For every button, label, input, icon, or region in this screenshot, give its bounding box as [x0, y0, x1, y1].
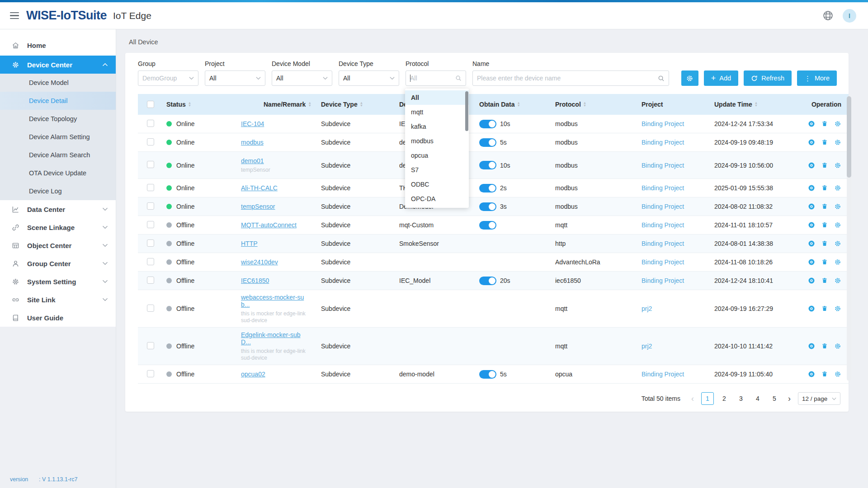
obtain-data-toggle[interactable] [479, 184, 496, 192]
user-avatar[interactable]: I [843, 9, 856, 23]
column-header-device-type[interactable]: Device Type▲▼ [316, 101, 396, 108]
row-checkbox[interactable] [147, 370, 154, 377]
row-checkbox[interactable] [147, 120, 154, 127]
device-type-select[interactable]: All [339, 70, 399, 86]
device-model-select[interactable]: All [272, 70, 332, 86]
settings-icon[interactable] [834, 184, 841, 192]
project-link[interactable]: Binding Project [642, 139, 684, 146]
obtain-data-toggle[interactable] [479, 370, 496, 379]
column-settings-button[interactable] [681, 70, 698, 86]
device-name-link[interactable]: HTTP [241, 240, 258, 247]
device-name-link[interactable]: demo01 [241, 157, 264, 164]
delete-icon[interactable] [821, 139, 828, 146]
view-icon[interactable] [808, 305, 815, 312]
settings-icon[interactable] [834, 162, 841, 169]
sidebar-item-ota-device-update[interactable]: OTA Device Update [0, 164, 116, 182]
settings-icon[interactable] [834, 343, 841, 350]
row-checkbox[interactable] [147, 342, 154, 349]
scrollbar-thumb[interactable] [847, 96, 851, 178]
device-name-link[interactable]: Ali-TH-CALC [241, 184, 278, 192]
device-name-link[interactable]: IEC61850 [241, 277, 269, 284]
page-button-3[interactable]: 3 [735, 392, 747, 405]
row-checkbox[interactable] [147, 184, 154, 191]
table-scrollbar[interactable] [847, 96, 851, 381]
view-icon[interactable] [808, 258, 815, 266]
delete-icon[interactable] [821, 203, 828, 210]
group-select[interactable]: DemoGroup [138, 70, 198, 86]
sidebar-item-device-alarm-setting[interactable]: Device Alarm Setting [0, 128, 116, 146]
obtain-data-toggle[interactable] [479, 202, 496, 211]
delete-icon[interactable] [821, 184, 828, 192]
protocol-option-mqtt[interactable]: mqtt [405, 105, 469, 119]
device-name-link[interactable]: tempSensor [241, 203, 275, 210]
sort-icon[interactable]: ▲▼ [517, 102, 520, 108]
protocol-option-modbus[interactable]: modbus [405, 134, 469, 148]
project-link[interactable]: Binding Project [642, 258, 684, 266]
sidebar-item-system-setting[interactable]: System Setting [0, 272, 116, 291]
sidebar-item-device-model[interactable]: Device Model [0, 74, 116, 92]
row-checkbox[interactable] [147, 202, 154, 210]
row-checkbox[interactable] [147, 161, 154, 168]
device-name-link[interactable]: webaccess-mocker-sub... [241, 294, 304, 308]
view-icon[interactable] [808, 240, 815, 247]
view-icon[interactable] [808, 162, 815, 169]
protocol-combobox[interactable]: All [406, 70, 466, 86]
sort-icon[interactable]: ▲▼ [308, 102, 311, 108]
search-icon[interactable] [658, 75, 665, 82]
dropdown-scrollbar-thumb[interactable] [465, 91, 468, 131]
sidebar-item-device-center[interactable]: Device Center [0, 56, 116, 74]
delete-icon[interactable] [821, 258, 828, 266]
row-checkbox[interactable] [147, 138, 154, 145]
column-header-status[interactable]: Status▲▼ [163, 101, 237, 108]
project-link[interactable]: Binding Project [642, 203, 684, 210]
project-link[interactable]: Binding Project [642, 240, 684, 247]
protocol-option-opc-da[interactable]: OPC-DA [405, 192, 469, 206]
view-icon[interactable] [808, 371, 815, 378]
sidebar-item-object-center[interactable]: Object Center [0, 236, 116, 254]
device-name-link[interactable]: modbus [241, 139, 264, 146]
delete-icon[interactable] [821, 221, 828, 229]
sidebar-item-device-detail[interactable]: Device Detail [0, 92, 116, 110]
device-name-link[interactable]: opcua02 [241, 371, 265, 378]
page-button-1[interactable]: 1 [701, 392, 714, 405]
delete-icon[interactable] [821, 120, 828, 127]
delete-icon[interactable] [821, 162, 828, 169]
refresh-button[interactable]: Refresh [744, 70, 792, 86]
project-link[interactable]: Binding Project [642, 184, 684, 192]
row-checkbox[interactable] [147, 277, 154, 284]
delete-icon[interactable] [821, 277, 828, 284]
obtain-data-toggle[interactable] [479, 277, 496, 285]
sort-icon[interactable]: ▲▼ [360, 102, 363, 108]
view-icon[interactable] [808, 221, 815, 229]
view-icon[interactable] [808, 184, 815, 192]
view-icon[interactable] [808, 203, 815, 210]
project-link[interactable]: Binding Project [642, 162, 684, 169]
project-link[interactable]: prj2 [642, 305, 652, 312]
column-header-obtain-data[interactable]: Obtain Data▲▼ [475, 101, 552, 108]
settings-icon[interactable] [834, 277, 841, 284]
row-checkbox[interactable] [147, 239, 154, 247]
delete-icon[interactable] [821, 371, 828, 378]
column-header-update-time[interactable]: Update Time▲▼ [710, 101, 800, 108]
settings-icon[interactable] [834, 203, 841, 210]
next-page-button[interactable]: › [785, 394, 794, 404]
sidebar-item-group-center[interactable]: Group Center [0, 254, 116, 272]
sidebar-item-device-alarm-search[interactable]: Device Alarm Search [0, 146, 116, 164]
obtain-data-toggle[interactable] [479, 161, 496, 169]
add-button[interactable]: + Add [704, 70, 738, 86]
select-all-checkbox[interactable] [147, 101, 154, 108]
page-size-select[interactable]: 12 / page [798, 392, 840, 405]
sidebar-item-device-topology[interactable]: Device Topology [0, 110, 116, 128]
column-header-protocol[interactable]: Protocol▲▼ [552, 101, 635, 108]
settings-icon[interactable] [834, 139, 841, 146]
view-icon[interactable] [808, 343, 815, 350]
delete-icon[interactable] [821, 305, 828, 312]
delete-icon[interactable] [821, 240, 828, 247]
project-link[interactable]: Binding Project [642, 221, 684, 229]
column-header-name-remark[interactable]: Name/Remark▲▼ [237, 101, 316, 108]
obtain-data-toggle[interactable] [479, 138, 496, 147]
project-link[interactable]: Binding Project [642, 120, 684, 127]
device-name-input[interactable] [477, 75, 658, 82]
device-name-link[interactable]: wise2410dev [241, 258, 278, 266]
hamburger-menu-icon[interactable] [10, 12, 19, 19]
